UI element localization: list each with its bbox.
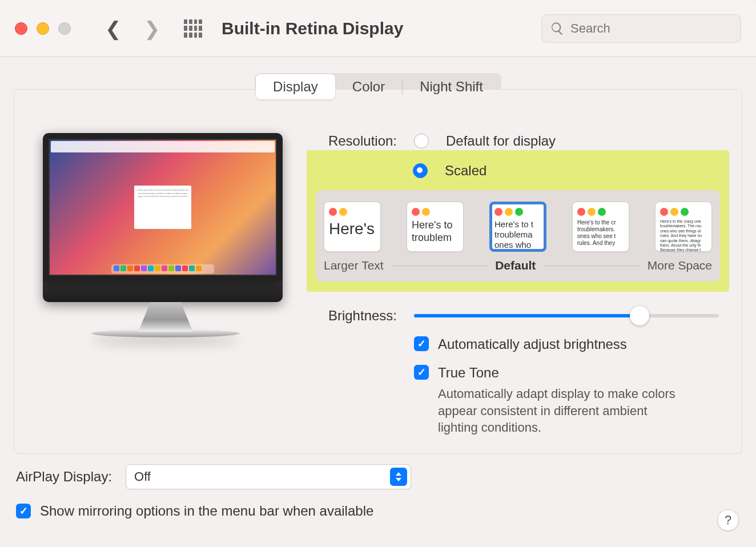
resolution-option-4[interactable]: Here's to the crazy one troublemakers. T…	[655, 202, 712, 252]
scale-label-larger: Larger Text	[324, 259, 384, 272]
close-icon[interactable]	[15, 22, 27, 35]
show-all-icon[interactable]	[184, 19, 202, 38]
brightness-label: Brightness:	[317, 308, 397, 324]
resolution-option-2[interactable]: Here's to t troublema ones who	[489, 202, 546, 252]
minimize-icon[interactable]	[37, 22, 49, 35]
scale-label-default: Default	[495, 259, 536, 272]
display-preview: Lorem ipsum dolor sit amet consectetur a…	[43, 133, 288, 337]
radio-default-display-label: Default for display	[446, 133, 556, 149]
tab-display[interactable]: Display	[256, 74, 335, 99]
resolution-option-1[interactable]: Here's to troublem	[407, 202, 464, 252]
search-input[interactable]	[570, 21, 733, 36]
tab-night-shift[interactable]: Night Shift	[403, 74, 500, 99]
tab-color[interactable]: Color	[335, 74, 402, 99]
settings-panel: Lorem ipsum dolor sit amet consectetur a…	[14, 89, 742, 454]
back-button[interactable]: ❮	[105, 17, 121, 40]
checkbox-true-tone[interactable]: ✓	[414, 365, 429, 380]
radio-scaled-label: Scaled	[445, 163, 486, 179]
true-tone-label: True Tone	[438, 365, 499, 381]
tab-bar: Display Color Night Shift	[255, 73, 501, 100]
zoom-icon	[58, 22, 71, 35]
resolution-label: Resolution:	[317, 133, 397, 149]
help-button[interactable]: ?	[717, 509, 739, 531]
airplay-label: AirPlay Display:	[16, 469, 112, 485]
nav-arrows: ❮ ❯	[105, 17, 160, 40]
forward-button: ❯	[144, 17, 160, 40]
brightness-slider[interactable]	[414, 311, 719, 321]
resolution-option-3[interactable]: Here's to the cr troublemakers. ones who…	[572, 202, 629, 252]
checkbox-auto-brightness[interactable]: ✓	[414, 336, 429, 351]
radio-default-display[interactable]	[414, 134, 429, 148]
window-controls	[15, 22, 71, 35]
resolution-option-0[interactable]: Here's	[324, 202, 381, 252]
checkbox-mirroring[interactable]: ✓	[16, 504, 31, 518]
search-icon	[550, 21, 565, 36]
scale-label-more: More Space	[648, 259, 712, 272]
resolution-scale-picker: Here'sHere's to troublemHere's to t trou…	[316, 190, 720, 281]
airplay-value: Off	[134, 469, 151, 484]
titlebar: ❮ ❯ Built-in Retina Display	[0, 0, 756, 57]
page-title: Built-in Retina Display	[222, 19, 541, 38]
true-tone-description: Automatically adapt display to make colo…	[317, 385, 688, 436]
mirroring-label: Show mirroring options in the menu bar w…	[40, 503, 373, 519]
radio-scaled[interactable]	[413, 163, 428, 178]
bottom-controls: AirPlay Display: Off ✓ Show mirroring op…	[0, 454, 756, 519]
scaled-highlight: Scaled Here'sHere's to troublemHere's to…	[307, 150, 729, 292]
auto-brightness-label: Automatically adjust brightness	[438, 336, 627, 352]
search-field[interactable]	[541, 14, 741, 43]
select-arrows-icon	[390, 468, 407, 486]
airplay-select[interactable]: Off	[126, 464, 411, 489]
